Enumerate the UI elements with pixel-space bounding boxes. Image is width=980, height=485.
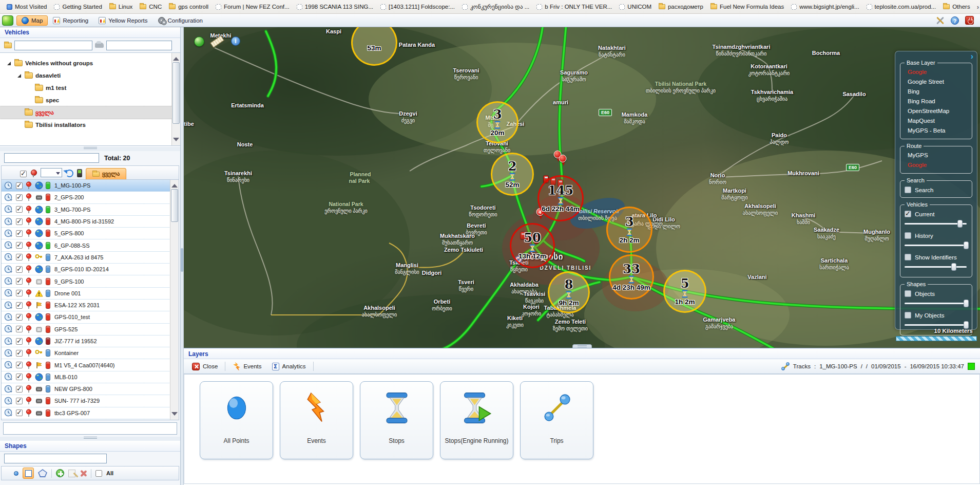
checkbox-icon[interactable] — [905, 232, 911, 239]
history-clock-icon[interactable] — [4, 289, 13, 297]
vehicle-row[interactable]: 3_MG-700-PS — [2, 204, 179, 216]
vehicle-row[interactable]: NEW GPS-800 — [2, 383, 179, 395]
pin-icon[interactable] — [25, 361, 32, 369]
map-tool-info-icon[interactable]: i — [231, 36, 240, 46]
pin-icon[interactable] — [25, 301, 32, 309]
vehicle-checkbox[interactable] — [16, 254, 23, 260]
vehicle-row[interactable]: tbc3 GPS-007 — [2, 407, 179, 419]
vehicle-row[interactable]: MLB-010 — [2, 371, 179, 383]
select-all-checkbox[interactable] — [20, 171, 27, 177]
vehicle-checkbox[interactable] — [16, 386, 23, 393]
point-shape-icon[interactable] — [14, 471, 18, 476]
tab-configuration[interactable]: Configuration — [153, 15, 208, 26]
layer-option-google[interactable]: Google — [904, 160, 969, 170]
refresh-icon[interactable] — [66, 170, 73, 177]
pin-icon[interactable] — [25, 385, 32, 393]
slider-thumb[interactable] — [957, 220, 963, 228]
pin-icon[interactable] — [25, 265, 32, 273]
history-clock-icon[interactable] — [4, 337, 13, 346]
layer-option-mygps-beta[interactable]: MyGPS - Beta — [904, 126, 969, 136]
vehicle-checkbox[interactable] — [16, 242, 23, 249]
history-clock-icon[interactable] — [4, 301, 13, 310]
layer-option-bing-road[interactable]: Bing Road — [904, 97, 969, 106]
pin-icon[interactable] — [25, 241, 32, 250]
history-clock-icon[interactable] — [4, 265, 13, 274]
list-filter-input[interactable] — [4, 153, 99, 163]
add-shape-button[interactable] — [56, 469, 64, 477]
layer-card-all-points[interactable]: All Points — [200, 381, 273, 459]
opacity-slider-show-identifiers[interactable] — [905, 263, 967, 271]
history-clock-icon[interactable] — [4, 253, 13, 262]
tree-item-[interactable]: ყველა — [0, 106, 180, 119]
history-clock-icon[interactable] — [4, 361, 13, 369]
layer-option-google[interactable]: Google — [904, 67, 969, 77]
stop-cluster[interactable]: 89h 2m — [548, 271, 590, 313]
slider-thumb[interactable] — [964, 241, 969, 249]
vehicle-row[interactable]: 4_MG-800-PS id-31592 — [2, 216, 179, 228]
vehicle-row[interactable]: GPS-010_test — [2, 311, 179, 323]
vehicle-checkbox[interactable] — [16, 302, 23, 309]
pin-icon[interactable] — [25, 277, 32, 286]
slider-thumb[interactable] — [964, 300, 969, 307]
vehicle-checkbox[interactable] — [16, 206, 23, 213]
bookmark-item[interactable]: CNC — [136, 2, 165, 11]
bookmark-item[interactable]: UNICOM — [616, 2, 655, 11]
vehicle-checkbox[interactable] — [16, 338, 23, 345]
stop-cluster[interactable]: 5013h 12m — [510, 223, 555, 268]
vehicle-row[interactable]: ESA-122 X5 2031 — [2, 300, 179, 311]
checkbox-icon[interactable] — [905, 312, 911, 319]
pin-icon[interactable] — [25, 206, 32, 214]
pin-icon[interactable] — [25, 217, 32, 226]
history-clock-icon[interactable] — [4, 277, 13, 286]
tools-icon[interactable] — [935, 16, 945, 25]
help-icon[interactable]: ? — [951, 16, 959, 25]
stop-cluster[interactable]: 1456d 22h 44m — [537, 175, 584, 221]
list-dropdown[interactable] — [41, 168, 62, 177]
scroll-thumb[interactable] — [172, 62, 180, 124]
layer-card-stops[interactable]: Stops — [360, 381, 433, 459]
scroll-up-icon[interactable] — [171, 181, 178, 188]
layer-card-trips[interactable]: Trips — [520, 381, 593, 459]
vehicle-checkbox[interactable] — [16, 398, 23, 404]
history-clock-icon[interactable] — [4, 385, 13, 394]
expand-caret-icon[interactable] — [7, 62, 11, 65]
bookmark-item[interactable]: www.bigsight.jp/engli... — [787, 2, 862, 11]
vehicle-checkbox[interactable] — [16, 266, 23, 273]
vehicle-row[interactable]: 9_GPS-100 — [2, 275, 179, 287]
vehicle-list-scrollbar[interactable] — [170, 180, 179, 420]
opacity-slider-history[interactable] — [905, 241, 967, 249]
tree-item-tbilisi-installators[interactable]: Tbilisi installators — [0, 119, 180, 131]
layer-card-events[interactable]: Events — [280, 381, 353, 459]
delete-shape-button[interactable] — [80, 470, 87, 477]
checkbox-icon[interactable] — [905, 211, 911, 217]
pin-icon[interactable] — [25, 349, 32, 357]
analytics-button[interactable]: ΣAnalytics — [269, 362, 309, 371]
vehicle-row[interactable]: 8_GPS-010 ID-20214 — [2, 264, 179, 275]
tree-item-m1-test[interactable]: m1 test — [0, 82, 180, 94]
vehicle-checkbox[interactable] — [16, 350, 23, 357]
bookmark-item[interactable]: Most Visited — [3, 2, 50, 11]
toggle-history[interactable]: History — [904, 231, 969, 240]
checkbox-icon[interactable] — [905, 254, 911, 260]
scroll-down-icon[interactable] — [171, 412, 178, 418]
bookmark-item[interactable]: Linux — [106, 2, 137, 11]
pin-icon[interactable] — [25, 229, 32, 237]
vehicle-row[interactable]: Kontainer — [2, 347, 179, 359]
tab-map[interactable]: Map — [16, 15, 48, 26]
vehicle-row[interactable]: 2_GPS-200 — [2, 192, 179, 203]
history-clock-icon[interactable] — [4, 229, 13, 238]
bookmark-item[interactable]: [1403.1211] Foldscope:... — [377, 2, 458, 11]
close-button[interactable]: Close — [189, 362, 221, 371]
expand-caret-icon[interactable] — [17, 74, 21, 78]
layer-card-stops-engine-running[interactable]: Stops(Engine Running) — [440, 381, 513, 459]
scroll-down-icon[interactable] — [173, 138, 179, 144]
map-canvas[interactable]: MetekhiKaspiPatara KandaNatakhtariნატახტ… — [184, 27, 980, 348]
pin-icon[interactable] — [25, 313, 32, 321]
history-clock-icon[interactable] — [4, 313, 13, 322]
history-clock-icon[interactable] — [4, 193, 13, 202]
history-clock-icon[interactable] — [4, 241, 13, 250]
pin-icon[interactable] — [25, 337, 32, 345]
checkbox-icon[interactable] — [905, 290, 911, 297]
layer-option-mygps[interactable]: MyGPS — [904, 151, 969, 160]
stop-cluster[interactable]: 334d 23h 49m — [609, 254, 654, 300]
